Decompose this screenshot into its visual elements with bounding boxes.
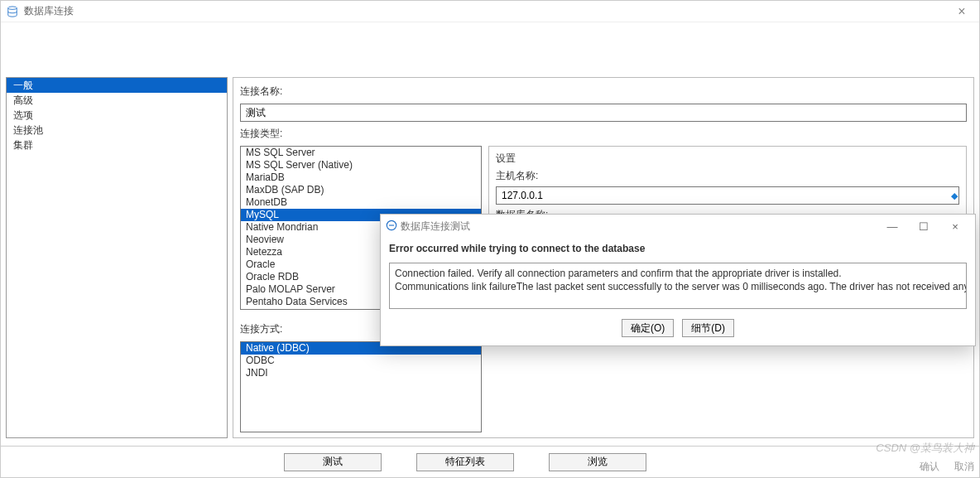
dialog-body: Error occurred while trying to connect t… [381, 238, 975, 345]
error-line: Communications link failureThe last pack… [395, 280, 961, 293]
test-button[interactable]: 测试 [284, 453, 382, 471]
settings-title: 设置 [496, 152, 959, 166]
dialog-close-icon[interactable]: × [940, 217, 970, 235]
error-heading: Error occurred while trying to connect t… [389, 243, 967, 254]
browse-button[interactable]: 浏览 [549, 453, 646, 471]
variable-icon[interactable]: ◆ [951, 191, 958, 201]
titlebar: 数据库连接 × [1, 1, 979, 22]
sidebar-item[interactable]: 选项 [7, 108, 227, 123]
connection-method-option[interactable]: JNDI [241, 367, 481, 379]
connection-type-option[interactable]: MariaDB [241, 171, 481, 184]
conn-type-label: 连接类型: [240, 127, 967, 141]
confirm-link[interactable]: 确认 [920, 460, 939, 474]
conn-name-input[interactable] [240, 104, 967, 122]
cancel-link[interactable]: 取消 [954, 460, 974, 474]
error-line: Connection failed. Verify all connection… [395, 267, 961, 280]
host-input[interactable] [496, 186, 959, 205]
dialog-title: 数据库连接测试 [401, 220, 470, 234]
connection-type-option[interactable]: MaxDB (SAP DB) [241, 184, 481, 196]
svg-point-0 [8, 6, 17, 9]
window-title: 数据库连接 [24, 4, 74, 18]
maximize-icon[interactable]: ☐ [909, 217, 939, 235]
sidebar-item[interactable]: 一般 [7, 78, 227, 93]
connection-method-listbox[interactable]: Native (JDBC)ODBCJNDI [240, 341, 482, 432]
connection-test-dialog: 数据库连接测试 — ☐ × Error occurred while tryin… [380, 214, 976, 346]
footer-actions: 确认 取消 [920, 460, 974, 474]
category-sidebar[interactable]: 一般高级选项连接池集群 [6, 77, 228, 438]
dialog-detail-button[interactable]: 细节(D) [682, 319, 734, 337]
error-text-box[interactable]: Connection failed. Verify all connection… [389, 263, 967, 309]
connection-type-option[interactable]: MS SQL Server [241, 147, 481, 159]
close-icon[interactable]: × [949, 4, 974, 19]
bottom-bar: 测试 特征列表 浏览 [1, 446, 979, 477]
connection-type-option[interactable]: MonetDB [241, 196, 481, 209]
dialog-titlebar: 数据库连接测试 — ☐ × [381, 215, 975, 238]
host-label: 主机名称: [496, 169, 959, 183]
connection-type-option[interactable]: MS SQL Server (Native) [241, 159, 481, 171]
sidebar-item[interactable]: 集群 [7, 138, 227, 152]
connection-method-option[interactable]: ODBC [241, 355, 481, 367]
database-icon [6, 5, 19, 18]
minimize-icon[interactable]: — [877, 217, 907, 235]
feature-list-button[interactable]: 特征列表 [416, 453, 514, 471]
dialog-icon [386, 220, 397, 234]
conn-name-label: 连接名称: [240, 84, 967, 99]
sidebar-item[interactable]: 高级 [7, 93, 227, 108]
dialog-ok-button[interactable]: 确定(O) [622, 319, 674, 337]
sidebar-item[interactable]: 连接池 [7, 123, 227, 138]
